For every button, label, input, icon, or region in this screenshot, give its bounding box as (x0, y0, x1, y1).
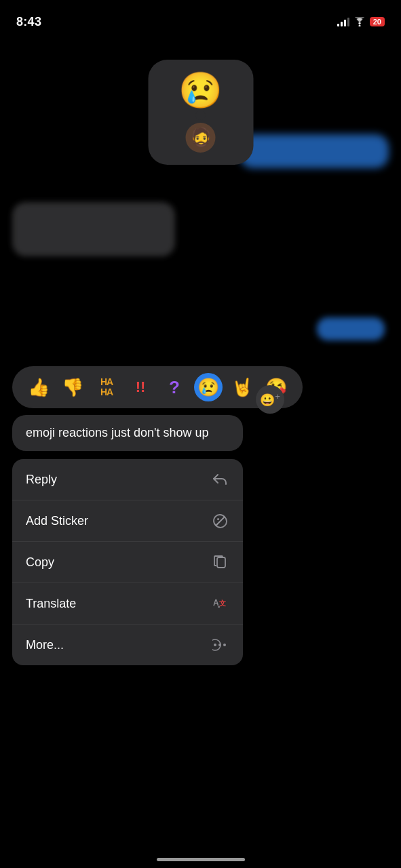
menu-item-sticker-label: Add Sticker (26, 514, 88, 528)
home-indicator (157, 858, 245, 861)
battery-level: 20 (373, 18, 381, 26)
reaction-haha[interactable]: HAHA (92, 373, 121, 401)
reaction-thumbsdown[interactable]: 👎 (58, 373, 87, 401)
menu-item-reply[interactable]: Reply (12, 459, 243, 500)
reaction-emoji-display: 😢 (178, 73, 223, 108)
add-emoji-button[interactable]: 😀+ (256, 385, 284, 414)
blur-bubble-blue-top (240, 134, 389, 168)
blur-bubble-small (317, 317, 385, 340)
more-icon (210, 635, 229, 654)
context-menu: Reply Add Sticker Copy (12, 459, 243, 665)
reaction-thumbsup[interactable]: 👍 (24, 373, 53, 401)
message-bubble: emoji reactions just don't show up (12, 415, 243, 451)
status-icons: 20 (337, 17, 385, 26)
reaction-exclaim[interactable]: !! (126, 373, 155, 401)
translate-icon: A 文 (210, 594, 229, 613)
svg-point-6 (214, 644, 216, 646)
sticker-icon (210, 511, 229, 530)
menu-item-translate[interactable]: Translate A 文 (12, 583, 243, 625)
reaction-rock[interactable]: 🤘 (228, 373, 256, 401)
reaction-question[interactable]: ? (160, 373, 189, 401)
speech-stem (196, 111, 206, 120)
menu-item-more[interactable]: More... (12, 625, 243, 665)
reaction-preview-card: 😢 🧔 (148, 60, 253, 165)
message-text: emoji reactions just don't show up (26, 426, 209, 439)
svg-rect-2 (217, 557, 225, 568)
battery-badge: 20 (370, 17, 385, 26)
svg-text:文: 文 (219, 599, 226, 607)
add-emoji-icon: 😀+ (260, 391, 280, 408)
menu-item-reply-label: Reply (26, 473, 57, 487)
status-bar: 8:43 20 (0, 0, 401, 37)
status-time: 8:43 (16, 15, 41, 29)
reaction-avatar: 🧔 (186, 123, 216, 153)
menu-item-copy[interactable]: Copy (12, 542, 243, 583)
svg-point-1 (217, 518, 219, 520)
context-area: 👍 👎 HAHA !! ? 😢 🤘 😘 😀+ emoji reactions j… (0, 366, 401, 665)
menu-item-copy-label: Copy (26, 555, 54, 570)
menu-item-more-label: More... (26, 638, 64, 652)
svg-point-0 (358, 25, 360, 27)
copy-icon (210, 553, 229, 572)
menu-item-translate-label: Translate (26, 597, 76, 611)
svg-text:A: A (213, 598, 219, 608)
menu-item-add-sticker[interactable]: Add Sticker (12, 500, 243, 542)
svg-point-8 (223, 644, 226, 646)
signal-bars-icon (337, 17, 349, 26)
wifi-icon (354, 17, 366, 26)
reply-icon (210, 470, 229, 489)
reaction-cry[interactable]: 😢 (194, 373, 223, 401)
blur-bubble-gray (12, 202, 175, 256)
